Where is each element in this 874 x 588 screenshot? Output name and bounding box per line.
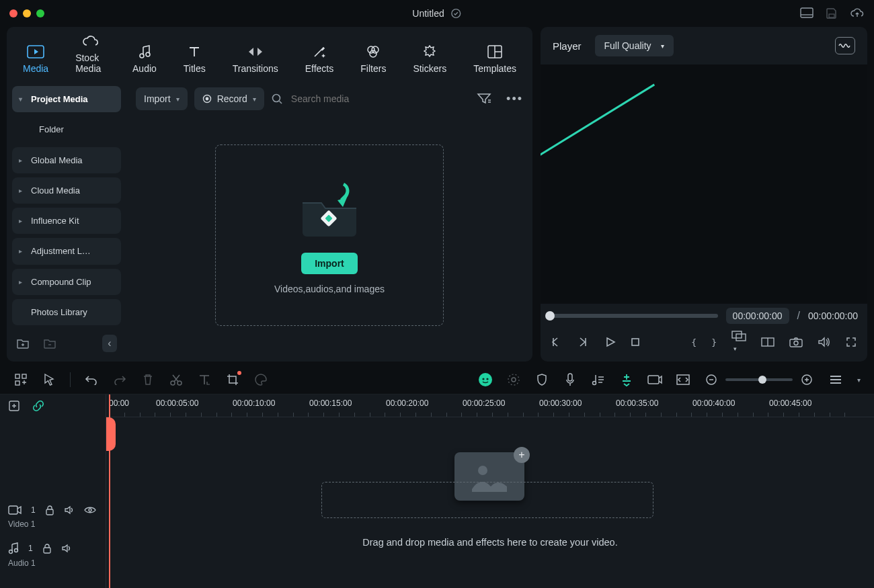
ruler-mark: 00:00:05:00 — [156, 398, 198, 408]
list-view-icon[interactable] — [828, 372, 844, 387]
tab-templates[interactable]: Templates — [473, 44, 516, 74]
layout-icon[interactable] — [800, 7, 813, 19]
zoom-knob-icon[interactable] — [758, 376, 766, 384]
import-dropzone[interactable]: Import Videos,audios,and images — [215, 144, 444, 326]
record-dropdown[interactable]: Record ▾ — [194, 87, 264, 110]
player-panel: Player Full Quality ▾ 00:00:00:00 / — [541, 27, 867, 362]
waveform-icon[interactable] — [835, 37, 855, 54]
text-tool-icon[interactable] — [197, 372, 212, 387]
delete-icon[interactable] — [141, 372, 155, 387]
filter-icon[interactable] — [477, 92, 491, 106]
snapshot-icon[interactable] — [789, 337, 803, 347]
collapse-sidebar-icon[interactable]: ‹ — [102, 335, 117, 352]
tab-media[interactable]: Media — [23, 44, 48, 74]
search-media[interactable] — [271, 87, 470, 110]
tab-transitions[interactable]: Transitions — [233, 44, 278, 74]
aspect-ratio-dropdown[interactable]: ▾ — [731, 331, 746, 353]
split-icon[interactable] — [169, 372, 184, 387]
import-button[interactable]: Import — [301, 253, 358, 274]
enhance-icon[interactable] — [506, 372, 521, 387]
maximize-window-icon[interactable] — [36, 9, 44, 17]
timeline-tracks[interactable]: 00:00 00:00:05:00 00:00:10:00 00:00:15:0… — [106, 394, 874, 588]
import-dropdown[interactable]: Import ▾ — [136, 87, 188, 110]
shield-icon[interactable] — [534, 372, 549, 387]
cloud-upload-icon[interactable] — [850, 7, 865, 19]
player-viewport[interactable] — [541, 65, 867, 304]
prev-frame-icon[interactable] — [551, 337, 563, 347]
seek-bar[interactable]: 00:00:00:00 / 00:00:00:00 — [550, 308, 858, 324]
sidebar-item-global-media[interactable]: ▸ Global Media — [12, 147, 121, 173]
media-icon — [27, 44, 44, 59]
marker-icon[interactable] — [619, 372, 634, 387]
compare-icon[interactable] — [761, 337, 774, 347]
tab-stickers[interactable]: Stickers — [413, 44, 446, 74]
zoom-slider[interactable] — [725, 378, 793, 381]
quality-dropdown[interactable]: Full Quality ▾ — [595, 35, 674, 56]
add-icon[interactable]: + — [514, 447, 530, 463]
close-window-icon[interactable] — [9, 9, 17, 17]
dropzone-subtitle: Videos,audios,and images — [274, 284, 385, 294]
sidebar-item-label: Project Media — [31, 94, 114, 104]
redo-icon[interactable] — [112, 372, 127, 387]
crop-icon[interactable] — [225, 372, 240, 387]
tab-stock-media[interactable]: Stock Media — [75, 34, 106, 74]
import-label: Import — [144, 93, 171, 104]
mic-icon[interactable] — [563, 372, 578, 387]
sidebar-item-project-media[interactable]: ▾ Project Media — [12, 86, 121, 112]
tab-titles[interactable]: Titles — [184, 44, 206, 74]
render-icon[interactable] — [647, 372, 662, 387]
lock-icon[interactable] — [42, 543, 52, 554]
eye-icon[interactable] — [84, 506, 96, 514]
seek-knob-icon[interactable] — [545, 311, 555, 321]
ruler-mark: 00:00:35:00 — [616, 398, 658, 408]
add-track-icon[interactable] — [13, 372, 28, 387]
search-input[interactable] — [290, 93, 470, 105]
audio-track-header[interactable]: 1 Audio 1 — [0, 538, 106, 588]
mark-out-icon[interactable]: } — [711, 337, 717, 347]
mute-icon[interactable] — [61, 544, 72, 553]
add-media-icon[interactable] — [8, 400, 20, 412]
sidebar-item-photos-library[interactable]: Photos Library — [12, 299, 121, 325]
playhead-flag-icon[interactable] — [106, 417, 116, 451]
more-icon[interactable]: ••• — [506, 92, 523, 106]
cursor-icon[interactable] — [42, 372, 56, 387]
svg-rect-29 — [732, 331, 742, 338]
ai-avatar-icon[interactable] — [478, 372, 493, 387]
next-frame-icon[interactable] — [578, 337, 590, 347]
undo-icon[interactable] — [84, 372, 99, 387]
sidebar-item-folder[interactable]: Folder — [12, 116, 121, 142]
sidebar-item-compound-clip[interactable]: ▸ Compound Clip — [12, 269, 121, 295]
stop-icon[interactable] — [631, 337, 640, 347]
tab-filters[interactable]: Filters — [360, 44, 386, 74]
timeline-hint: Drag and drop media and effects here to … — [362, 537, 617, 548]
tab-audio[interactable]: Audio — [132, 44, 157, 74]
timeline-ruler[interactable]: 00:00 00:00:05:00 00:00:10:00 00:00:15:0… — [106, 394, 874, 417]
volume-icon[interactable] — [818, 337, 831, 347]
empty-track-drop[interactable] — [321, 482, 653, 518]
chevron-down-icon[interactable]: ▾ — [857, 376, 861, 384]
folder-graphic-icon — [289, 176, 370, 243]
zoom-in-icon[interactable] — [799, 372, 814, 387]
link-icon[interactable] — [31, 398, 46, 413]
mute-icon[interactable] — [64, 505, 75, 515]
fullscreen-icon[interactable] — [846, 337, 857, 347]
tab-effects[interactable]: Effects — [305, 44, 334, 74]
minimize-window-icon[interactable] — [23, 9, 31, 17]
playhead[interactable] — [109, 394, 110, 588]
sidebar-item-adjustment-layer[interactable]: ▸ Adjustment L… — [12, 238, 121, 264]
lock-icon[interactable] — [45, 505, 54, 515]
video-track-header[interactable]: 1 Video 1 — [0, 501, 106, 538]
sidebar-item-influence-kit[interactable]: ▸ Influence Kit — [12, 208, 121, 234]
audio-sync-icon[interactable] — [591, 372, 606, 387]
mark-in-icon[interactable]: { — [691, 337, 697, 347]
color-icon[interactable] — [253, 372, 268, 387]
new-folder-icon[interactable] — [16, 337, 30, 349]
zoom-out-icon[interactable] — [704, 372, 719, 387]
play-icon[interactable] — [605, 337, 616, 347]
svg-rect-53 — [9, 506, 17, 514]
save-icon[interactable] — [826, 7, 838, 19]
fit-icon[interactable] — [676, 372, 690, 387]
track-name: Video 1 — [8, 519, 97, 529]
sidebar-item-cloud-media[interactable]: ▸ Cloud Media — [12, 177, 121, 204]
delete-folder-icon[interactable] — [43, 337, 56, 349]
